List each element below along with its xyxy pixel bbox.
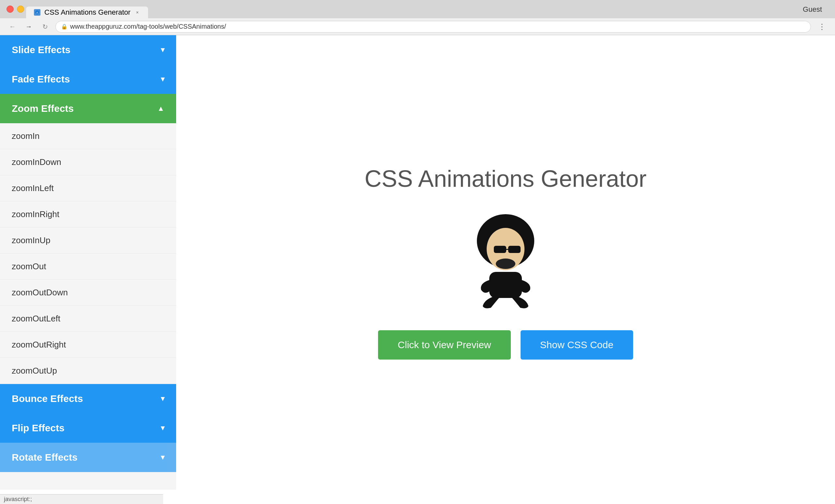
app-logo: The AppGuruz bbox=[427, 212, 584, 311]
browser-tab[interactable]: A CSS Animations Generator × bbox=[26, 6, 148, 18]
status-text: javascript:; bbox=[4, 496, 32, 502]
reload-button[interactable]: ↻ bbox=[39, 21, 51, 33]
bounce-effects-label: Bounce Effects bbox=[12, 393, 83, 404]
sidebar-section-slide[interactable]: Slide Effects ▾ bbox=[0, 35, 176, 65]
forward-button[interactable]: → bbox=[23, 21, 35, 33]
svg-point-7 bbox=[496, 258, 515, 269]
rotate-effects-arrow: ▾ bbox=[161, 453, 164, 462]
flip-effects-label: Flip Effects bbox=[12, 422, 65, 434]
fade-effects-arrow: ▾ bbox=[161, 75, 164, 83]
sidebar-item-zoomOutRight[interactable]: zoomOutRight bbox=[0, 332, 176, 358]
main-content: CSS Animations Generator bbox=[176, 35, 835, 490]
preview-button[interactable]: Click to View Preview bbox=[378, 330, 510, 360]
address-bar[interactable]: 🔒 www.theappguruz.com/tag-tools/web/CSSA… bbox=[56, 21, 811, 33]
guest-label: Guest bbox=[803, 5, 822, 14]
slide-effects-label: Slide Effects bbox=[12, 44, 70, 56]
sidebar: Slide Effects ▾ Fade Effects ▾ Zoom Effe… bbox=[0, 35, 176, 490]
fade-effects-label: Fade Effects bbox=[12, 74, 70, 85]
sidebar-item-zoomIn[interactable]: zoomIn bbox=[0, 123, 176, 149]
tab-favicon: A bbox=[34, 9, 40, 16]
sidebar-section-flip[interactable]: Flip Effects ▾ bbox=[0, 413, 176, 443]
flip-effects-arrow: ▾ bbox=[161, 424, 164, 432]
sidebar-item-zoomInDown[interactable]: zoomInDown bbox=[0, 149, 176, 175]
tab-title: CSS Animations Generator bbox=[44, 8, 130, 17]
sidebar-section-rotate[interactable]: Rotate Effects ▾ bbox=[0, 443, 176, 472]
back-button[interactable]: ← bbox=[6, 21, 18, 33]
zoom-effects-label: Zoom Effects bbox=[12, 103, 74, 114]
browser-toolbar: ← → ↻ 🔒 www.theappguruz.com/tag-tools/we… bbox=[0, 18, 835, 35]
sidebar-item-zoomOut[interactable]: zoomOut bbox=[0, 254, 176, 280]
sidebar-item-zoomOutUp[interactable]: zoomOutUp bbox=[0, 358, 176, 384]
status-bar: javascript:; bbox=[0, 494, 163, 504]
css-code-button[interactable]: Show CSS Code bbox=[521, 330, 633, 360]
action-buttons: Click to View Preview Show CSS Code bbox=[378, 330, 633, 360]
sidebar-item-zoomOutLeft[interactable]: zoomOutLeft bbox=[0, 306, 176, 332]
rotate-effects-label: Rotate Effects bbox=[12, 452, 78, 463]
slide-effects-arrow: ▾ bbox=[161, 46, 164, 54]
bounce-effects-arrow: ▾ bbox=[161, 395, 164, 403]
sidebar-item-zoomInUp[interactable]: zoomInUp bbox=[0, 228, 176, 254]
address-text: www.theappguruz.com/tag-tools/web/CSSAni… bbox=[70, 23, 226, 30]
minimize-button[interactable] bbox=[17, 5, 24, 13]
zoom-effects-arrow: ▲ bbox=[157, 104, 164, 113]
close-button[interactable] bbox=[6, 5, 14, 13]
svg-rect-4 bbox=[494, 246, 506, 253]
sidebar-section-bounce[interactable]: Bounce Effects ▾ bbox=[0, 384, 176, 413]
sidebar-section-fade[interactable]: Fade Effects ▾ bbox=[0, 65, 176, 94]
tab-close-button[interactable]: × bbox=[135, 9, 140, 15]
svg-text:A: A bbox=[36, 11, 38, 14]
sidebar-item-zoomOutDown[interactable]: zoomOutDown bbox=[0, 280, 176, 306]
browser-menu-button[interactable]: ⋮ bbox=[815, 22, 829, 31]
sidebar-section-zoom[interactable]: Zoom Effects ▲ bbox=[0, 94, 176, 123]
lock-icon: 🔒 bbox=[61, 23, 67, 30]
svg-rect-5 bbox=[508, 246, 521, 253]
sidebar-item-zoomInLeft[interactable]: zoomInLeft bbox=[0, 175, 176, 202]
sidebar-item-zoomInRight[interactable]: zoomInRight bbox=[0, 202, 176, 228]
page-title: CSS Animations Generator bbox=[365, 165, 647, 192]
